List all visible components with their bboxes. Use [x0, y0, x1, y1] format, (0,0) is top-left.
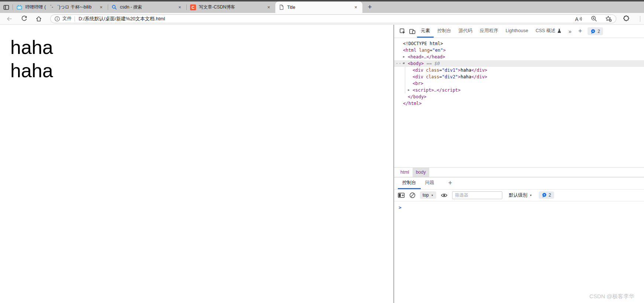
tree-row[interactable]: </body> [394, 93, 644, 100]
tree-row[interactable]: ▶<script>…</script> [394, 87, 644, 93]
devtools-panel: 元素 控制台 源代码 应用程序 Lighthouse CSS 概述 [394, 25, 644, 303]
code-token: <html [403, 48, 416, 53]
collapse-arrow-icon[interactable]: ▼ [403, 60, 405, 67]
devtools-tab-sources[interactable]: 源代码 [455, 25, 476, 38]
code-token: <!DOCTYPE html> [403, 41, 443, 46]
console-prompt[interactable]: > [394, 201, 644, 211]
console-output[interactable]: > CSDN @极客李华 [394, 201, 644, 303]
home-icon [35, 16, 42, 22]
code-token: haha [461, 68, 471, 73]
bilibili-tv-icon [16, 4, 23, 10]
breadcrumb-html[interactable]: html [397, 168, 413, 177]
tree-row[interactable]: <div class="div2">haha</div> [394, 74, 644, 80]
vertical-tabs-icon [3, 4, 10, 11]
devtools-tab-lighthouse[interactable]: Lighthouse [502, 25, 532, 38]
add-devtools-tab-button[interactable]: + [575, 25, 586, 38]
tab-csdn-blog[interactable]: C 写文章-CSDN博客 × [187, 1, 275, 13]
breadcrumb-body[interactable]: body [413, 168, 429, 177]
code-token: $0 [434, 61, 440, 66]
code-token: <div [413, 68, 423, 73]
tab-title: 写文章-CSDN博客 [199, 4, 262, 10]
tab-csdn-search[interactable]: csdn - 搜索 × [108, 1, 186, 13]
tree-row[interactable]: ···▼<body> == $0 [394, 60, 644, 67]
devtools-tab-console[interactable]: 控制台 [434, 25, 455, 38]
toolbar-divider [640, 16, 640, 22]
code-token: > [458, 68, 461, 73]
close-tab-icon[interactable]: × [98, 4, 104, 11]
security-label[interactable]: 文件 [62, 16, 72, 22]
refresh-button[interactable] [18, 14, 30, 24]
log-levels-selector[interactable]: 默认级别 ▼ [509, 192, 532, 198]
zoom-in-button[interactable] [591, 16, 597, 22]
code-token: haha [461, 74, 471, 79]
device-toolbar-button[interactable] [407, 25, 417, 38]
tree-row[interactable]: <html lang="en"> [394, 47, 644, 54]
issues-counter-badge[interactable]: 2 [588, 27, 603, 35]
tab-title-active[interactable]: Title × [275, 1, 362, 13]
code-token: </head> [427, 54, 445, 59]
console-filter-input[interactable] [452, 191, 502, 199]
close-tab-icon[interactable]: × [352, 4, 359, 11]
read-aloud-button[interactable]: A [575, 16, 583, 22]
page-icon [279, 4, 284, 10]
tree-row[interactable]: <!DOCTYPE html> [394, 40, 644, 47]
drawer-tab-console[interactable]: 控制台 [398, 177, 421, 189]
tree-row[interactable]: <br> [394, 80, 644, 87]
tab-title: 哔哩哔哩 ( ゜- ゜)つロ 干杯~-bilib [25, 4, 95, 10]
new-tab-button[interactable]: + [365, 2, 375, 13]
code-token: class [423, 68, 439, 73]
close-tab-icon[interactable]: × [176, 4, 183, 11]
console-issues-badge[interactable]: 2 [539, 191, 554, 199]
address-bar[interactable]: 文件 D:/系统默认/桌面/新建%20文本文档.html A [50, 14, 616, 23]
browser-window: 哔哩哔哩 ( ゜- ゜)つロ 干杯~-bilib × csdn - 搜索 × C… [0, 0, 644, 303]
expand-arrow-icon[interactable]: ▶ [408, 87, 410, 93]
drawer-tab-issues[interactable]: 问题 [421, 177, 439, 189]
code-token: lang [416, 48, 430, 53]
code-token: <br> [413, 81, 423, 86]
address-divider [75, 16, 75, 21]
favorites-add-star-icon[interactable] [605, 16, 612, 22]
tab-bilibili[interactable]: 哔哩哔哩 ( ゜- ゜)つロ 干杯~-bilib × [13, 1, 108, 13]
code-token: <body> [408, 61, 424, 66]
inspect-element-button[interactable] [398, 25, 407, 38]
code-token: </html> [403, 101, 422, 106]
more-tabs-button[interactable]: » [565, 25, 575, 38]
add-drawer-tab-button[interactable]: + [444, 177, 457, 189]
tree-row[interactable]: <div class="div1">haha</div> [394, 67, 644, 74]
svg-text:A: A [575, 16, 579, 22]
chevron-down-icon: ▼ [530, 194, 532, 197]
info-icon[interactable] [54, 16, 60, 22]
address-toolbar: 文件 D:/系统默认/桌面/新建%20文本文档.html A [0, 13, 644, 25]
code-token: = [439, 74, 442, 79]
devtools-tab-elements[interactable]: 元素 [417, 25, 434, 38]
live-expression-eye-button[interactable] [441, 193, 448, 198]
home-button[interactable] [33, 14, 44, 24]
code-token: == [424, 61, 434, 66]
chevron-down-icon: ▼ [431, 194, 434, 197]
tab-title: csdn - 搜索 [120, 4, 173, 10]
code-token: </script> [437, 88, 461, 93]
issues-bubble-icon [542, 193, 547, 198]
tab-title: Title [287, 5, 349, 10]
console-sidebar-toggle-button[interactable] [398, 193, 405, 198]
extensions-button[interactable] [621, 14, 632, 24]
clear-console-button[interactable] [409, 192, 416, 198]
tab-actions-menu-button[interactable] [0, 1, 13, 13]
code-token: class [423, 74, 439, 79]
devtools-tab-application[interactable]: 应用程序 [476, 25, 502, 38]
code-token: > [443, 48, 445, 53]
code-token: > [458, 74, 461, 79]
refresh-icon [21, 16, 27, 22]
expand-arrow-icon[interactable]: ▶ [403, 54, 405, 60]
devtools-tab-css-overview[interactable]: CSS 概述 [532, 25, 565, 38]
back-button[interactable] [4, 14, 15, 24]
execution-context-selector[interactable]: top ▼ [420, 191, 436, 199]
experiment-flask-icon [557, 28, 561, 33]
code-token: <div [413, 74, 423, 79]
tree-row[interactable]: ▶<head>…</head> [394, 54, 644, 60]
tree-row[interactable]: </html> [394, 100, 644, 107]
drawer-tab-bar: 控制台 问题 + [394, 177, 644, 190]
code-token: </div> [471, 74, 487, 79]
console-prompt-chevron-icon: > [399, 205, 402, 210]
close-tab-icon[interactable]: × [265, 4, 272, 11]
